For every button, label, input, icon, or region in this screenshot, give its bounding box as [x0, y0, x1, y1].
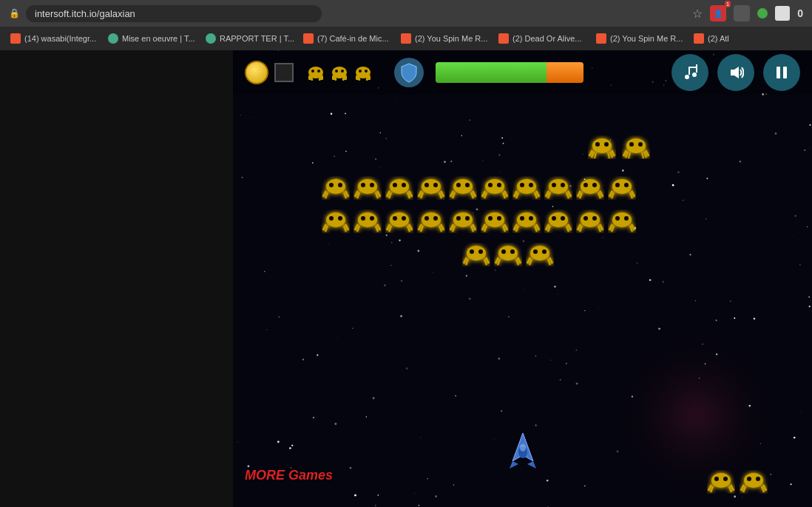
alien-row-3	[462, 243, 554, 266]
svg-point-157	[488, 216, 493, 221]
svg-point-81	[465, 183, 470, 187]
svg-point-178	[583, 216, 588, 221]
tab-favicon-deadoralive	[498, 33, 509, 44]
svg-point-29	[592, 138, 612, 153]
alien-1-6	[512, 176, 541, 200]
pause-button[interactable]	[763, 54, 800, 91]
svg-marker-211	[510, 461, 518, 469]
tab-cafe[interactable]: (7) Café-in de Mic...	[296, 28, 392, 49]
svg-point-108	[583, 183, 588, 187]
svg-point-193	[478, 249, 483, 254]
tab-label-mise: Mise en oeuvre | T...	[122, 34, 195, 43]
svg-point-74	[433, 183, 438, 187]
tab-youspin2[interactable]: (2) You Spin Me R...	[589, 28, 685, 49]
svg-point-101	[552, 183, 556, 187]
svg-point-227	[756, 477, 760, 481]
tab-label-rapport: RAPPORT TER | T...	[220, 34, 294, 43]
tab-favicon-rapport	[206, 33, 216, 44]
svg-point-47	[326, 179, 345, 194]
svg-rect-28	[783, 67, 787, 78]
svg-point-192	[470, 249, 474, 254]
svg-point-116	[624, 183, 629, 187]
svg-point-138	[422, 212, 441, 227]
svg-point-36	[595, 142, 600, 147]
alien-row-2	[322, 209, 636, 233]
tab-favicon-wasabi	[10, 33, 21, 44]
svg-line-43	[629, 152, 630, 158]
coin-icon	[245, 61, 268, 84]
svg-rect-27	[777, 67, 780, 78]
tab-wasabi[interactable]: (14) wasabi(Integr...	[3, 28, 99, 49]
game-wrapper: MORE Games	[233, 50, 812, 507]
health-green	[436, 62, 547, 83]
alien-1-8	[576, 176, 604, 200]
browser-toolbar: ☆ 👤 1 0	[692, 5, 803, 21]
alien-life-2	[329, 64, 350, 81]
svg-point-82	[485, 179, 504, 194]
alien-row-0	[588, 135, 650, 159]
health-orange	[547, 62, 583, 83]
svg-point-179	[592, 216, 597, 221]
game-canvas[interactable]: MORE Games	[233, 50, 812, 507]
address-bar[interactable]: intersoft.itch.io/galaxian	[26, 5, 322, 22]
svg-point-87	[488, 183, 493, 187]
alien-1-3	[417, 176, 445, 200]
alien-2-7	[544, 209, 572, 233]
extension-icon[interactable]	[734, 5, 750, 21]
svg-point-171	[552, 216, 556, 221]
svg-point-73	[424, 183, 429, 187]
sound-button[interactable]	[717, 54, 754, 91]
svg-point-219	[714, 477, 719, 481]
alien-2-6	[512, 209, 541, 233]
alien-2-1	[353, 209, 382, 233]
alien-1-4	[449, 176, 477, 200]
svg-point-54	[358, 179, 377, 194]
svg-point-22	[692, 73, 697, 77]
svg-point-159	[517, 212, 536, 227]
svg-marker-26	[731, 67, 739, 78]
url-text: intersoft.itch.io/galaxian	[35, 8, 135, 19]
svg-line-34	[595, 152, 596, 158]
tab-label-deadoralive: (2) Dead Or Alive...	[512, 34, 582, 43]
tab-favicon-youspin1	[401, 33, 411, 44]
svg-point-60	[370, 183, 374, 187]
profile-icon[interactable]: 👤	[710, 5, 726, 21]
browser-chrome: 🔒 intersoft.itch.io/galaxian ☆ 👤 1 0	[0, 0, 812, 27]
svg-point-122	[329, 216, 334, 221]
tab-deadoralive[interactable]: (2) Dead Or Alive...	[491, 28, 587, 49]
svg-point-187	[467, 246, 486, 261]
alien-life-1	[305, 64, 326, 81]
alien-1-1	[353, 176, 382, 200]
tab-favicon-cafe	[303, 33, 314, 44]
alien-row-1	[322, 176, 636, 200]
svg-point-213	[520, 444, 526, 451]
tab-atl[interactable]: (2) Atl	[686, 28, 737, 49]
tab-mise[interactable]: Mise en oeuvre | T...	[101, 28, 197, 49]
window-icon[interactable]	[775, 6, 790, 21]
tab-label-youspin2: (2) You Spin Me R...	[610, 34, 683, 43]
alien-2-8	[576, 209, 604, 233]
svg-point-20	[365, 70, 368, 73]
svg-point-59	[361, 183, 365, 187]
svg-point-115	[615, 183, 620, 187]
svg-point-110	[612, 179, 632, 194]
svg-point-38	[626, 138, 646, 153]
svg-point-124	[358, 212, 377, 227]
svg-point-94	[520, 183, 524, 187]
tab-youspin1[interactable]: (2) You Spin Me R...	[393, 28, 490, 49]
svg-point-172	[561, 216, 565, 221]
star-icon[interactable]: ☆	[692, 7, 703, 21]
svg-point-117	[326, 212, 345, 227]
music-button[interactable]	[671, 54, 708, 91]
alien-1-7	[544, 176, 572, 200]
tab-rapport[interactable]: RAPPORT TER | T...	[198, 28, 294, 49]
notification-badge: 1	[725, 1, 731, 7]
svg-point-150	[456, 216, 461, 221]
bottom-alien-1	[740, 470, 768, 494]
alien-2-3	[417, 209, 445, 233]
svg-point-151	[465, 216, 470, 221]
svg-point-226	[747, 477, 751, 481]
svg-line-44	[642, 152, 643, 158]
svg-point-143	[424, 216, 429, 221]
alien-2-0	[322, 209, 350, 233]
